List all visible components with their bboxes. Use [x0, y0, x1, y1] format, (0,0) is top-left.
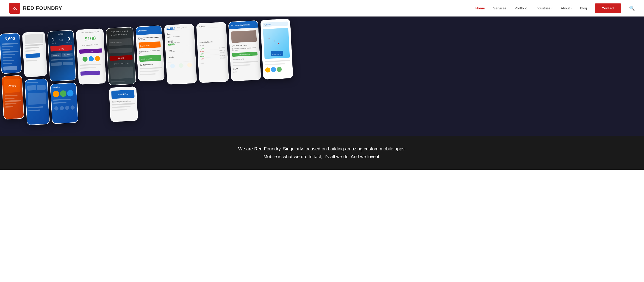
- site-header: RED FOUNDRY Home Services Portfolio Indu…: [0, 0, 644, 16]
- phone-card: UPCOMING CHALLENGE Let's Walk for Lattes…: [228, 20, 261, 81]
- mock-map: NORTH AMERICA: [263, 28, 290, 59]
- logo-area: RED FOUNDRY: [9, 3, 62, 14]
- mock-label: Payments • Family Share: [78, 31, 101, 34]
- phone-col-6: Welcome! Discover your new passion on sk…: [136, 25, 165, 82]
- logo-text: RED FOUNDRY: [23, 5, 62, 11]
- mock-bar: [2, 43, 18, 45]
- phone-card: ☷ WithYou Connecting loyal neighbors: [109, 86, 138, 122]
- mock-stats: [27, 84, 46, 90]
- phone-col-4: Payments • Family Share $100 TOTAL AMOUN…: [76, 28, 106, 85]
- mock-score: 1 Player 1 Set 1 0 Player 2: [50, 36, 72, 44]
- mock-chart: [28, 92, 46, 105]
- search-button[interactable]: 🔍: [629, 6, 635, 11]
- phone-col-2: [22, 32, 50, 126]
- hero-section: 5,600 Aviary: [0, 16, 644, 136]
- tagline-line2: Mobile is what we do. In fact, it's all …: [264, 154, 381, 159]
- nav-about[interactable]: About ▾: [561, 6, 572, 10]
- phone-card: MATCH 1 Player 1 Set 1 0 Player 2 I: [47, 30, 76, 82]
- phones-grid: 5,600 Aviary: [0, 16, 644, 136]
- phone-col-7: MY JOBS JOB QUEUE Jobs Equipment Summary…: [164, 24, 197, 84]
- tagline-text: We are Red Foundry. Singularly focused o…: [219, 145, 425, 160]
- tagline-section: We are Red Foundry. Singularly focused o…: [0, 136, 644, 170]
- phone-card: 5,600: [0, 33, 22, 74]
- phone-col-1: 5,600 Aviary: [0, 33, 24, 120]
- phone-card: MY JOBS JOB QUEUE Jobs Equipment Summary…: [164, 24, 197, 84]
- svg-rect-0: [14, 9, 15, 10]
- mock-label: Aviary: [8, 84, 16, 87]
- mock-label: COOPER'S HAWK: [108, 29, 131, 34]
- phone-card: [22, 32, 47, 77]
- phone-card: 🔍 Search NORTH AMERICA: [260, 18, 293, 80]
- industries-chevron-icon: ▾: [551, 7, 552, 10]
- phone-card: Aviary: [2, 75, 24, 120]
- mock-status: In play: [50, 45, 72, 52]
- nav-services[interactable]: Services: [493, 6, 506, 10]
- nav-blog[interactable]: Blog: [580, 6, 587, 10]
- phone-card: COOPER'S HAWK WINERY + RESTAURANTS john@…: [106, 27, 136, 86]
- phone-card: [24, 78, 50, 126]
- mock-label: MATCH: [50, 32, 72, 36]
- nav-home[interactable]: Home: [476, 6, 485, 10]
- phone-card: Featured Short Rib Risotto $28.00 +2,000…: [196, 22, 229, 83]
- about-chevron-icon: ▾: [570, 7, 572, 10]
- phone-card: Welcome! Discover your new passion on sk…: [136, 25, 165, 82]
- phone-card: Payments • Family Share $100 TOTAL AMOUN…: [76, 28, 106, 85]
- mock-dollar-amount: $100: [78, 33, 102, 44]
- mock-number: 5,600: [2, 35, 18, 43]
- mock-label: Families: [52, 85, 74, 89]
- contact-button[interactable]: Contact: [595, 4, 621, 13]
- phone-card: Families: [50, 82, 78, 124]
- phone-col-9: UPCOMING CHALLENGE Let's Walk for Lattes…: [228, 20, 261, 81]
- phone-col-10: 🔍 Search NORTH AMERICA: [260, 18, 293, 80]
- logo-icon: [9, 3, 20, 14]
- phone-col-3: MATCH 1 Player 1 Set 1 0 Player 2 I: [47, 30, 78, 124]
- phone-col-5: COOPER'S HAWK WINERY + RESTAURANTS john@…: [106, 27, 138, 122]
- phone-col-8: Featured Short Rib Risotto $28.00 +2,000…: [196, 22, 229, 83]
- nav-portfolio[interactable]: Portfolio: [515, 6, 527, 10]
- nav-industries[interactable]: Industries ▾: [536, 6, 552, 10]
- tagline-line1: We are Red Foundry. Singularly focused o…: [238, 146, 406, 151]
- search-icon: 🔍: [629, 6, 635, 11]
- main-nav: Home Services Portfolio Industries ▾ Abo…: [476, 4, 635, 13]
